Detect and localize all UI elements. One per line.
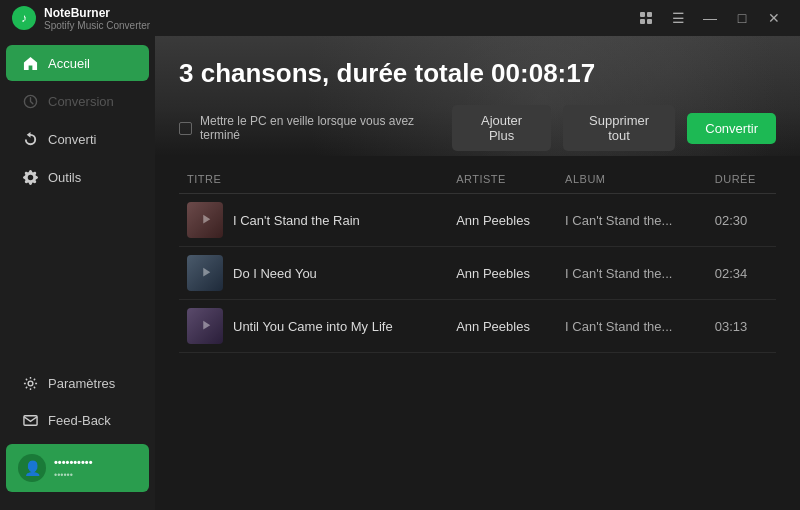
menu-button[interactable]: ☰ — [664, 8, 692, 28]
sidebar-item-outils[interactable]: Outils — [6, 159, 149, 195]
main-content: 3 chansons, durée totale 00:08:17 Mettre… — [155, 36, 800, 510]
track-album: I Can't Stand the... — [557, 194, 707, 247]
close-button[interactable]: ✕ — [760, 8, 788, 28]
track-title-cell: I Can't Stand the Rain — [179, 194, 448, 247]
table-row[interactable]: I Can't Stand the Rain Ann Peebles I Can… — [179, 194, 776, 247]
toolbar: Mettre le PC en veille lorsque vous avez… — [155, 105, 800, 167]
track-title: Until You Came into My Life — [233, 319, 393, 334]
track-album: I Can't Stand the... — [557, 247, 707, 300]
track-artist: Ann Peebles — [448, 247, 557, 300]
track-artist: Ann Peebles — [448, 194, 557, 247]
track-duration: 02:30 — [707, 194, 776, 247]
gear-icon — [22, 375, 38, 391]
app-branding: ♪ NoteBurner Spotify Music Converter — [12, 6, 150, 31]
svg-rect-2 — [23, 415, 36, 424]
sidebar-item-conversion: Conversion — [6, 83, 149, 119]
delete-all-button[interactable]: Supprimer tout — [563, 105, 675, 151]
home-icon — [22, 55, 38, 71]
track-title: Do I Need You — [233, 266, 317, 281]
track-title-cell: Do I Need You — [179, 247, 448, 300]
sidebar-item-accueil[interactable]: Accueil — [6, 45, 149, 81]
track-thumbnail — [187, 255, 223, 291]
col-duration: DURÉE — [707, 167, 776, 194]
envelope-icon — [22, 412, 38, 428]
user-sub: •••••• — [54, 470, 93, 480]
track-duration: 03:13 — [707, 300, 776, 353]
col-title: TITRE — [179, 167, 448, 194]
sidebar-item-parametres[interactable]: Paramètres — [6, 365, 149, 401]
track-table-container: TITRE ARTISTE ALBUM DURÉE — [155, 167, 800, 510]
track-title: I Can't Stand the Rain — [233, 213, 360, 228]
title-bar: ♪ NoteBurner Spotify Music Converter ☰ —… — [0, 0, 800, 36]
sidebar-bottom: Paramètres Feed-Back 👤 •••••••••• •••••• — [0, 364, 155, 502]
sidebar-item-feedback[interactable]: Feed-Back — [6, 402, 149, 438]
main-layout: Accueil Conversion Converti — [0, 36, 800, 510]
app-subtitle: Spotify Music Converter — [44, 20, 150, 31]
track-thumbnail — [187, 308, 223, 344]
table-row[interactable]: Do I Need You Ann Peebles I Can't Stand … — [179, 247, 776, 300]
track-table: TITRE ARTISTE ALBUM DURÉE — [179, 167, 776, 353]
svg-point-1 — [28, 381, 33, 386]
sleep-checkbox-label[interactable]: Mettre le PC en veille lorsque vous avez… — [179, 114, 428, 142]
track-duration: 02:34 — [707, 247, 776, 300]
sidebar-item-converti[interactable]: Converti — [6, 121, 149, 157]
tools-icon — [22, 169, 38, 185]
track-album: I Can't Stand the... — [557, 300, 707, 353]
col-album: ALBUM — [557, 167, 707, 194]
grid-icon — [640, 12, 652, 24]
track-list: I Can't Stand the Rain Ann Peebles I Can… — [179, 194, 776, 353]
convert-button[interactable]: Convertir — [687, 113, 776, 144]
grid-view-button[interactable] — [632, 8, 660, 28]
track-thumbnail — [187, 202, 223, 238]
avatar: 👤 — [18, 454, 46, 482]
track-artist: Ann Peebles — [448, 300, 557, 353]
window-controls: ☰ — □ ✕ — [632, 8, 788, 28]
add-more-button[interactable]: Ajouter Plus — [452, 105, 551, 151]
minimize-button[interactable]: — — [696, 8, 724, 28]
maximize-button[interactable]: □ — [728, 8, 756, 28]
table-header: TITRE ARTISTE ALBUM DURÉE — [179, 167, 776, 194]
song-count: 3 chansons, durée totale 00:08:17 — [179, 58, 776, 89]
user-card[interactable]: 👤 •••••••••• •••••• — [6, 444, 149, 492]
table-row[interactable]: Until You Came into My Life Ann Peebles … — [179, 300, 776, 353]
col-artist: ARTISTE — [448, 167, 557, 194]
track-title-cell: Until You Came into My Life — [179, 300, 448, 353]
sleep-checkbox[interactable] — [179, 122, 192, 135]
app-name: NoteBurner — [44, 6, 150, 20]
app-logo: ♪ — [12, 6, 36, 30]
sidebar: Accueil Conversion Converti — [0, 36, 155, 510]
history-icon — [22, 131, 38, 147]
content-header: 3 chansons, durée totale 00:08:17 — [155, 36, 800, 105]
clock-icon — [22, 93, 38, 109]
user-name: •••••••••• — [54, 456, 93, 468]
